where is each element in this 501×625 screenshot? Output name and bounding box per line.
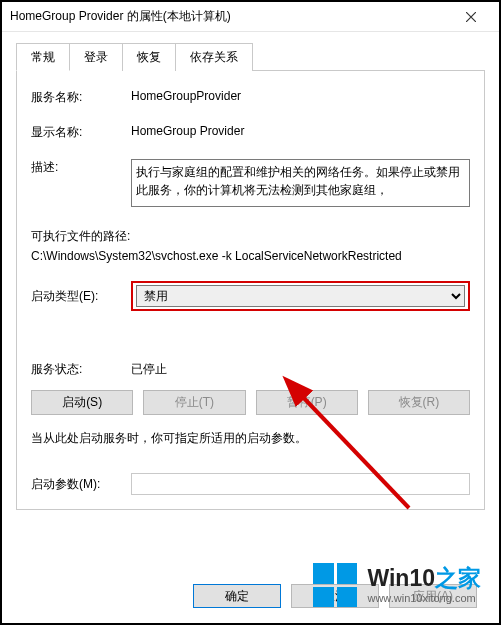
- ok-button[interactable]: 确定: [193, 584, 281, 608]
- cancel-button[interactable]: 取消: [291, 584, 379, 608]
- pause-button: 暂停(P): [256, 390, 358, 415]
- resume-button: 恢复(R): [368, 390, 470, 415]
- label-service-name: 服务名称:: [31, 89, 131, 106]
- title-bar: HomeGroup Provider 的属性(本地计算机): [2, 2, 499, 32]
- start-button[interactable]: 启动(S): [31, 390, 133, 415]
- tab-general[interactable]: 常规: [16, 43, 70, 71]
- startup-highlight: 禁用: [131, 281, 470, 311]
- value-display-name: HomeGroup Provider: [131, 124, 470, 138]
- row-start-param: 启动参数(M):: [31, 473, 470, 495]
- value-service-status: 已停止: [131, 361, 167, 378]
- tab-panel-general: 服务名称: HomeGroupProvider 显示名称: HomeGroup …: [16, 71, 485, 510]
- row-service-name: 服务名称: HomeGroupProvider: [31, 89, 470, 106]
- row-startup-type: 启动类型(E): 禁用: [31, 281, 470, 311]
- close-icon: [466, 12, 476, 22]
- service-control-buttons: 启动(S) 停止(T) 暂停(P) 恢复(R): [31, 390, 470, 415]
- tab-dependencies[interactable]: 依存关系: [175, 43, 253, 71]
- tab-logon[interactable]: 登录: [69, 43, 123, 71]
- value-service-name: HomeGroupProvider: [131, 89, 470, 103]
- close-button[interactable]: [451, 3, 491, 31]
- start-param-input: [131, 473, 470, 495]
- description-textarea[interactable]: 执行与家庭组的配置和维护相关的网络任务。如果停止或禁用此服务，你的计算机将无法检…: [131, 159, 470, 207]
- row-display-name: 显示名称: HomeGroup Provider: [31, 124, 470, 141]
- window-title: HomeGroup Provider 的属性(本地计算机): [10, 8, 231, 25]
- label-service-status: 服务状态:: [31, 361, 131, 378]
- value-exe-path: C:\Windows\System32\svchost.exe -k Local…: [31, 249, 470, 263]
- startup-type-select[interactable]: 禁用: [136, 285, 465, 307]
- start-param-hint: 当从此处启动服务时，你可指定所适用的启动参数。: [31, 429, 470, 447]
- dialog-buttons: 确定 取消 应用(A): [2, 575, 499, 617]
- label-startup-type: 启动类型(E):: [31, 288, 131, 305]
- row-service-status: 服务状态: 已停止: [31, 361, 470, 378]
- label-description: 描述:: [31, 159, 131, 176]
- row-description: 描述: 执行与家庭组的配置和维护相关的网络任务。如果停止或禁用此服务，你的计算机…: [31, 159, 470, 210]
- apply-button: 应用(A): [389, 584, 477, 608]
- client-area: 常规 登录 恢复 依存关系 服务名称: HomeGroupProvider 显示…: [2, 32, 499, 510]
- label-start-param: 启动参数(M):: [31, 476, 131, 493]
- tab-recovery[interactable]: 恢复: [122, 43, 176, 71]
- stop-button: 停止(T): [143, 390, 245, 415]
- label-exe-path: 可执行文件的路径:: [31, 228, 470, 245]
- exe-path-block: 可执行文件的路径: C:\Windows\System32\svchost.ex…: [31, 228, 470, 263]
- label-display-name: 显示名称:: [31, 124, 131, 141]
- tab-strip: 常规 登录 恢复 依存关系: [16, 42, 485, 71]
